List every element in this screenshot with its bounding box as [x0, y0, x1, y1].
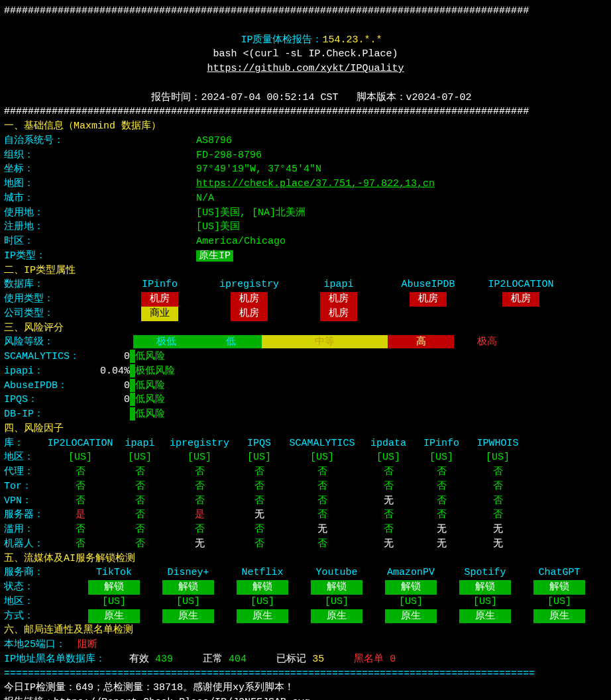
- factor-cell: [US]: [44, 450, 117, 465]
- sec1-title: 一、基础信息（Maxmind 数据库）: [4, 119, 607, 134]
- report-time-label: 报告时间：: [151, 92, 201, 103]
- basic-use: 使用地：[US]美国, [NA]北美洲: [4, 206, 607, 221]
- factor-row: 滥用：否否否否无否无无: [4, 523, 607, 537]
- risk-row: DB-IP： 低风险: [4, 407, 607, 422]
- status-badge: 解锁: [237, 580, 288, 595]
- risk-row: ipapi：0.04% 极低风险: [4, 364, 607, 379]
- factor-col: IP2LOCATION: [44, 436, 117, 451]
- sec6-title: 六、邮局连通性及黑名单检测: [4, 623, 607, 638]
- basic-city: 城市：N/A: [4, 191, 607, 206]
- factor-cell: [US]: [117, 450, 163, 465]
- factor-cell: 否: [163, 465, 236, 479]
- factor-cell: 否: [415, 508, 468, 523]
- factor-cell: 否: [44, 537, 117, 552]
- factor-cell: 否: [236, 494, 282, 509]
- script-ver-label: 脚本版本：: [357, 92, 406, 103]
- factor-cell: 否: [236, 465, 282, 479]
- region-cell: [US]: [225, 595, 300, 609]
- factor-cell: 是: [44, 508, 117, 523]
- db-col: ipregistry: [203, 277, 296, 292]
- region-cell: [US]: [300, 595, 374, 609]
- factor-cell: [US]: [468, 450, 528, 465]
- method-badge: 原生: [162, 609, 214, 624]
- region-cell: [US]: [151, 595, 225, 609]
- factor-cell: 无: [282, 523, 362, 537]
- factor-cell: 否: [117, 465, 163, 479]
- svc-col: ChatGPT: [522, 566, 596, 580]
- factor-cell: 无: [415, 537, 468, 552]
- company-row: 公司类型：商业机房机房: [4, 307, 607, 321]
- title-label: IP质量体检报告：: [241, 34, 322, 46]
- region-cell: [US]: [77, 595, 151, 609]
- factor-cell: 无: [362, 537, 415, 552]
- usage-badge: 机房: [320, 292, 357, 307]
- factor-cell: 否: [282, 479, 362, 494]
- factor-cell: 无: [236, 508, 282, 523]
- factor-cell: 否: [117, 479, 163, 494]
- border-top: ########################################…: [4, 4, 607, 19]
- border-mid: ########################################…: [4, 105, 607, 119]
- factor-cell: 否: [44, 523, 117, 537]
- factor-cell: 否: [236, 523, 282, 537]
- title-row: IP质量体检报告：154.23.*.*: [4, 19, 607, 48]
- factor-row: VPN：否否否否否无否否: [4, 494, 607, 509]
- map-link[interactable]: https://check.place/37.751,-97.822,13,cn: [196, 178, 435, 189]
- factor-cell: 否: [282, 537, 362, 552]
- factor-col: ipregistry: [163, 436, 236, 451]
- db-col: AbuseIPDB: [382, 277, 474, 292]
- factor-col: IPinfo: [415, 436, 468, 451]
- footer-stats: 今日IP检测量：649；总检测量：38718。感谢使用xy系列脚本！: [4, 681, 607, 695]
- status-badge: 解锁: [162, 580, 214, 595]
- status-badge: 解锁: [311, 580, 362, 595]
- factor-cell: [US]: [163, 450, 236, 465]
- db-col: IPinfo: [117, 277, 203, 292]
- region-cell: [US]: [448, 595, 522, 609]
- company-badge: 机房: [320, 307, 357, 321]
- factor-cell: 否: [362, 465, 415, 479]
- method-badge: 原生: [385, 609, 437, 624]
- region-row: 地区：[US][US][US][US][US][US][US]: [4, 595, 607, 609]
- factor-cell: 否: [282, 494, 362, 509]
- method-badge: 原生: [237, 609, 288, 624]
- db-col: ipapi: [296, 277, 382, 292]
- ip-value: 154.23.*.*: [323, 34, 382, 46]
- usage-badge: 机房: [502, 292, 539, 307]
- sec3-title: 三、风险评分: [4, 321, 607, 336]
- method-badge: 原生: [88, 609, 140, 624]
- factor-cell: [US]: [415, 450, 468, 465]
- factor-col: SCAMALYTICS: [282, 436, 362, 451]
- github-link[interactable]: https://github.com/xykt/IPQuality: [207, 63, 404, 74]
- basic-iptype: IP类型：原生IP: [4, 249, 607, 264]
- factor-col: ipdata: [362, 436, 415, 451]
- usage-badge: 机房: [231, 292, 268, 307]
- status-badge: 解锁: [385, 580, 437, 595]
- factor-cell: 否: [44, 479, 117, 494]
- status-badge: 解锁: [459, 580, 511, 595]
- risk-row: IPQS：0 低风险: [4, 393, 607, 407]
- factor-cell: 否: [163, 479, 236, 494]
- factor-cell: 无: [468, 537, 528, 552]
- factor-cell: 否: [468, 479, 528, 494]
- basic-reg: 注册地：[US]美国: [4, 220, 607, 234]
- basic-tz: 时区：America/Chicago: [4, 234, 607, 249]
- factor-cell: 否: [117, 537, 163, 552]
- factor-row: Tor：否否否否否否否否: [4, 479, 607, 494]
- factor-cell: 否: [282, 508, 362, 523]
- footer-link: 报告链接：https://Report.Check.Place/IP/J2NFF…: [4, 695, 607, 700]
- company-badge: 机房: [231, 307, 268, 321]
- factor-row: 机器人：否否无否否无无无: [4, 537, 607, 552]
- risk-row: SCAMALYTICS：0 低风险: [4, 350, 607, 364]
- report-link[interactable]: https://Report.Check.Place/IP/J2NFFJSAB.…: [54, 697, 310, 700]
- cmd-row: bash <(curl -sL IP.Check.Place): [4, 47, 607, 62]
- blacklist-row: IP地址黑名单数据库： 有效 439 正常 404 已标记 35 黑名单 0: [4, 652, 607, 667]
- factor-cell: 无: [362, 494, 415, 509]
- factor-cell: [US]: [236, 450, 282, 465]
- factor-cell: 否: [415, 494, 468, 509]
- factor-cell: 是: [163, 508, 236, 523]
- factor-cell: 否: [44, 465, 117, 479]
- factor-cell: 否: [236, 479, 282, 494]
- company-badge: 商业: [141, 307, 178, 321]
- factor-row: 地区：[US][US][US][US][US][US][US][US]: [4, 450, 607, 465]
- svc-col: Spotify: [448, 566, 522, 580]
- risk-row: AbuseIPDB：0 低风险: [4, 379, 607, 393]
